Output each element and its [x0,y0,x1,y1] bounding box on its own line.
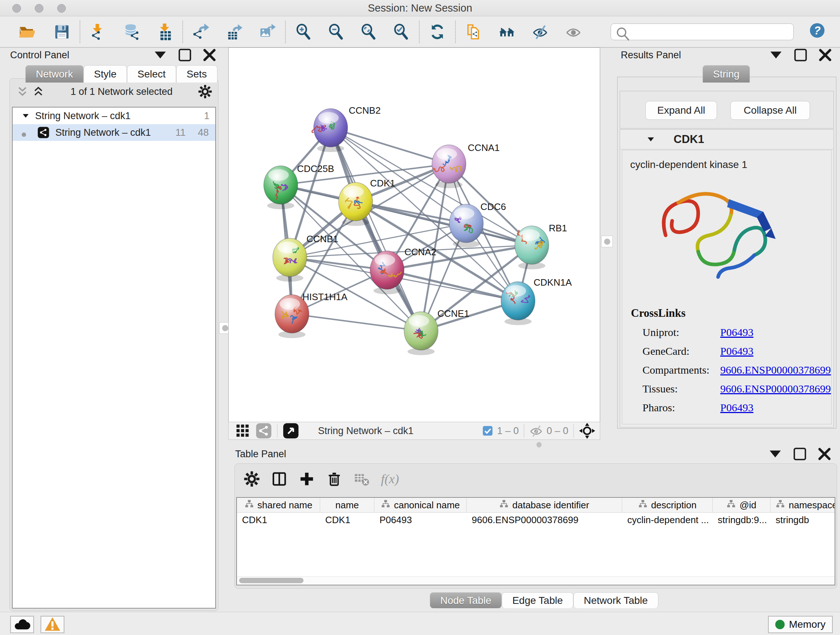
expand-all-networks-icon[interactable] [32,85,45,98]
crosslink-link[interactable]: 9606.ENSP00000378699 [720,364,831,376]
show-hidden-button[interactable] [561,20,586,44]
import-table-button[interactable] [152,20,177,44]
zoom-fit-button[interactable] [356,20,381,44]
panel-menu-icon[interactable] [767,47,784,63]
table-column-header[interactable]: shared name [237,498,320,512]
delete-column-icon[interactable] [326,470,343,487]
expand-all-button[interactable]: Expand All [645,101,717,120]
graph-node-CCNB1[interactable] [273,238,307,282]
zoom-window-button[interactable] [57,4,66,13]
hidden-eye-slash-icon [529,424,543,438]
tab-style[interactable]: Style [84,65,127,82]
tree-hierarchy-icon [245,499,254,511]
graph-node-CCNA1[interactable] [432,145,466,188]
panel-menu-icon[interactable] [152,47,169,63]
table-cell[interactable]: CDK1 [237,513,320,527]
right-splitter-handle[interactable] [601,236,613,247]
table-column-header[interactable]: description [622,498,713,512]
minimize-window-button[interactable] [35,4,43,13]
table-cell[interactable]: CDK1 [320,513,374,527]
table-column-header[interactable]: namespace [771,498,835,512]
crosslink-link[interactable]: P06493 [720,326,753,339]
window-titlebar: Session: New Session [0,0,840,16]
graph-node-RB1[interactable] [515,226,549,269]
help-button[interactable]: ? [809,22,829,42]
crosslink-link[interactable]: P06493 [720,345,753,357]
crosslink-link[interactable]: P06493 [720,402,753,414]
graph-node-CDKN1A[interactable] [501,282,535,325]
table-row[interactable]: CDK1CDK1P064939606.ENSP00000378699cyclin… [237,513,835,527]
tab-string[interactable]: String [703,65,750,82]
fit-content-target-icon[interactable] [579,423,595,439]
panel-float-icon[interactable] [177,47,193,63]
graph-node-CCNB2[interactable] [312,109,347,152]
memory-button[interactable]: Memory [768,616,833,633]
collapse-entry-icon[interactable] [646,135,655,144]
export-network-button[interactable] [188,20,213,44]
import-network-from-database-button[interactable] [118,20,144,44]
zoom-selected-icon [393,24,409,40]
panel-float-icon[interactable] [792,47,809,63]
apply-layout-button[interactable] [425,20,450,44]
tab-sets[interactable]: Sets [176,65,218,82]
tab-network[interactable]: Network [25,65,84,82]
gear-icon[interactable] [243,470,260,487]
table-cell[interactable]: P06493 [374,513,467,527]
export-table-button[interactable] [221,20,247,44]
import-network-button[interactable] [85,20,111,44]
collapse-all-networks-icon[interactable] [16,85,29,98]
export-image-button[interactable] [255,20,280,44]
node-table[interactable]: shared namenamecanonical namedatabase id… [236,497,835,585]
grid-view-icon[interactable] [234,423,251,439]
expand-collection-icon[interactable] [21,111,30,120]
collapse-all-button[interactable]: Collapse All [730,101,810,120]
panel-close-icon[interactable] [817,47,834,63]
table-column-header[interactable]: canonical name [374,498,467,512]
show-all-button[interactable] [494,20,519,44]
tab-select[interactable]: Select [127,65,176,82]
tab-network-table[interactable]: Network Table [573,592,658,608]
network-view-icon[interactable] [256,423,272,439]
warnings-button[interactable] [41,616,65,633]
table-column-header[interactable]: name [320,498,374,512]
show-columns-icon[interactable] [271,470,287,487]
network-collection-row[interactable]: String Network – cdk1 1 [13,108,215,124]
function-builder-label: f(x) [381,471,399,486]
table-cell[interactable]: cyclin-dependent ... [622,513,713,527]
panel-menu-icon[interactable] [767,446,783,462]
table-horizontal-scrollbar[interactable] [237,576,835,585]
add-column-icon[interactable] [298,470,315,487]
gear-icon[interactable] [198,84,212,99]
search-input[interactable] [611,24,794,40]
node-entry-header[interactable]: CDK1 [620,130,834,149]
close-window-button[interactable] [12,4,21,13]
graph-node-CCNE1[interactable] [404,312,438,355]
table-panel-header: Table Panel [228,446,840,462]
birds-eye-view-icon[interactable] [283,423,299,439]
panel-float-icon[interactable] [791,446,808,462]
network-canvas[interactable]: CCNB2CCNA1CDC25BCDK1CDC6RB1CCNB1CCNA2CDK… [228,48,600,422]
cloud-status-button[interactable] [10,616,34,633]
network-row[interactable]: String Network – cdk1 11 48 [13,124,215,141]
hide-selected-button[interactable] [527,20,553,44]
tab-edge-table[interactable]: Edge Table [502,592,573,608]
table-cell[interactable]: stringdb:9... [713,513,771,527]
selected-checkbox-icon[interactable] [482,425,493,437]
table-column-header[interactable]: @id [713,498,771,512]
tab-node-table[interactable]: Node Table [430,592,502,608]
zoom-selected-button[interactable] [388,20,414,44]
panel-close-icon[interactable] [816,446,833,462]
save-session-button[interactable] [49,20,74,44]
panel-close-icon[interactable] [201,47,218,63]
crosslink-link[interactable]: 9606.ENSP00000378699 [720,383,831,395]
open-session-button[interactable] [14,20,39,44]
network-graph[interactable]: CCNB2CCNA1CDC25BCDK1CDC6RB1CCNB1CCNA2CDK… [229,48,600,422]
table-cell[interactable]: stringdb [771,513,835,527]
copy-network-button[interactable] [461,20,486,44]
scrollbar-thumb[interactable] [239,578,303,583]
table-column-header[interactable]: database identifier [467,498,622,512]
graph-node-CDC25B[interactable] [264,166,298,209]
zoom-in-button[interactable] [291,20,316,44]
zoom-out-button[interactable] [324,20,349,44]
table-cell[interactable]: 9606.ENSP00000378699 [467,513,622,527]
